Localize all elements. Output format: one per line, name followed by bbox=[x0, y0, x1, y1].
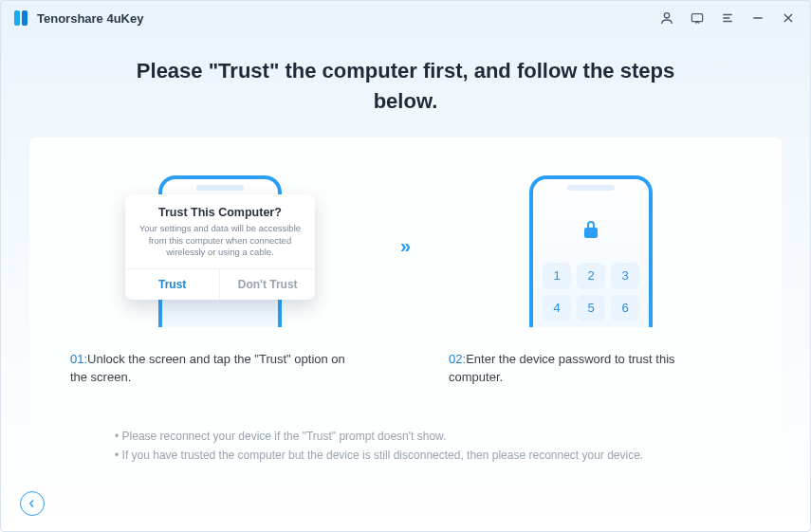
step1-text: 01:Unlock the screen and tap the "Trust"… bbox=[70, 350, 362, 387]
step1-illustration: Trust This Computer? Your settings and d… bbox=[78, 166, 362, 327]
chevron-right-icon: » bbox=[400, 166, 411, 327]
key-2: 2 bbox=[577, 263, 605, 289]
steps-row: Trust This Computer? Your settings and d… bbox=[29, 166, 782, 387]
dont-trust-button[interactable]: Don't Trust bbox=[220, 269, 315, 300]
step2-number: 02: bbox=[449, 352, 466, 366]
step1-desc: Unlock the screen and tap the "Trust" op… bbox=[70, 352, 345, 385]
step2-illustration: 1 2 3 4 5 6 bbox=[449, 166, 733, 327]
app-title: Tenorshare 4uKey bbox=[37, 11, 143, 26]
heading-line1: Please "Trust" the computer first, and f… bbox=[137, 59, 674, 83]
notes: Please reconnect your device if the "Tru… bbox=[29, 427, 782, 466]
app-logo-icon bbox=[14, 10, 29, 26]
title-left: Tenorshare 4uKey bbox=[14, 10, 143, 26]
note-1: Please reconnect your device if the "Tru… bbox=[115, 427, 696, 446]
phone-frame-icon: 1 2 3 4 5 6 bbox=[529, 175, 653, 327]
page-heading: Please "Trust" the computer first, and f… bbox=[1, 35, 810, 124]
back-button[interactable] bbox=[20, 491, 45, 516]
content-card: Trust This Computer? Your settings and d… bbox=[29, 138, 782, 486]
step-1: Trust This Computer? Your settings and d… bbox=[78, 166, 362, 387]
trust-dialog: Trust This Computer? Your settings and d… bbox=[125, 194, 315, 300]
key-5: 5 bbox=[577, 295, 605, 321]
step1-number: 01: bbox=[70, 352, 87, 366]
heading-line2: below. bbox=[374, 89, 438, 113]
menu-icon[interactable] bbox=[719, 9, 736, 27]
minimize-icon[interactable] bbox=[749, 9, 766, 27]
key-6: 6 bbox=[611, 295, 639, 321]
step-2: 1 2 3 4 5 6 02:Enter the device password… bbox=[449, 166, 733, 387]
account-icon[interactable] bbox=[658, 9, 675, 27]
key-1: 1 bbox=[543, 263, 571, 289]
feedback-icon[interactable] bbox=[689, 9, 706, 27]
step2-text: 02:Enter the device password to trust th… bbox=[449, 350, 733, 387]
svg-rect-1 bbox=[691, 13, 702, 21]
key-3: 3 bbox=[611, 263, 639, 289]
trust-button[interactable]: Trust bbox=[125, 269, 221, 300]
svg-point-0 bbox=[664, 13, 669, 18]
step2-desc: Enter the device password to trust this … bbox=[449, 352, 674, 385]
trust-dialog-message: Your settings and data will be accessibl… bbox=[137, 223, 304, 259]
close-icon[interactable] bbox=[780, 9, 797, 27]
key-4: 4 bbox=[543, 295, 571, 321]
passcode-keypad: 1 2 3 4 5 6 bbox=[543, 263, 639, 321]
window-controls bbox=[658, 9, 797, 27]
titlebar: Tenorshare 4uKey bbox=[1, 1, 810, 35]
note-2: If you have trusted the computer but the… bbox=[115, 446, 696, 465]
lock-icon bbox=[580, 219, 602, 246]
trust-dialog-title: Trust This Computer? bbox=[137, 206, 304, 219]
